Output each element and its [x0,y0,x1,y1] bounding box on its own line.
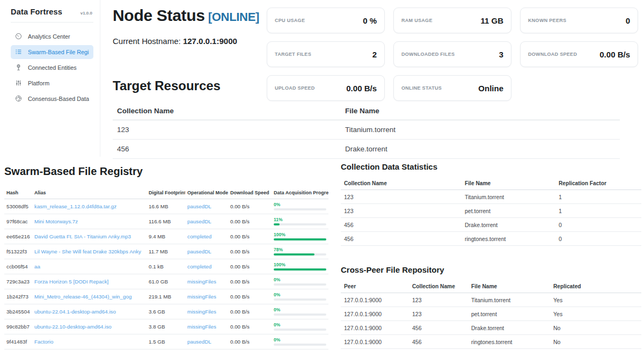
mode-link[interactable]: completed [187,234,211,239]
cell: 456 [341,232,462,246]
cell: 456 [409,335,468,349]
mode-cell: pausedDL [185,334,228,349]
progress-bar [274,329,326,331]
hash-cell: 53008df5 [4,199,32,214]
file-link[interactable]: Mini_Metro_release-46_(44304)_win_gog [34,294,131,300]
progress-cell: 0% [272,289,328,304]
mode-link[interactable]: missingFiles [187,279,216,285]
stat-card-value: 2 [372,50,377,59]
cell: No [550,321,641,335]
hostname-line: Current Hostname: 127.0.0.1:9000 [113,37,259,46]
stat-card-label: RAM USAGE [401,18,433,23]
file-link[interactable]: ubuntu-22.04.1-desktop-amd64.iso [34,309,116,315]
table-row: 456ringtones.torrent0 [341,232,641,246]
cell: 1 [555,204,641,218]
file-link[interactable]: Mini Motorways.7z [34,218,78,224]
stats-grid: CPU USAGE0 %RAM USAGE11 GBKNOWN PEERS0TA… [267,8,640,101]
stat-card-label: KNOWN PEERS [528,18,566,23]
sidebar-item-swarm-based-file-registry[interactable]: Swarm-Based File Registry [11,45,93,59]
progress-bar [274,208,326,210]
cell: Yes [550,293,641,307]
table-row: 123pet.torrent1 [341,204,641,218]
mode-cell: missingFiles [185,304,228,319]
size-cell: 9.4 MB [147,229,185,244]
file-link[interactable]: Forza Horizon 5 [DODI Repack] [34,279,108,285]
sidebar-item-label: Analytics Center [28,33,70,40]
mode-link[interactable]: pausedDL [187,203,211,209]
cell: pet.torrent [462,204,555,218]
cell: ringtones.torrent [462,232,555,246]
hash-cell: 729c3a23 [4,274,32,289]
file-link[interactable]: kasm_release_1.12.0.d4fd8a.tar.gz [34,203,116,209]
progress-percent: 100% [274,232,326,237]
sidebar-item-platform[interactable]: Platform [11,76,93,90]
mode-link[interactable]: pausedDL [187,249,211,254]
progress-cell: 0% [272,199,328,214]
table-row: 127.0.0.1:9000456Drake.torrentNo [341,321,641,335]
sidebar-item-analytics-center[interactable]: Analytics Center [11,30,93,43]
progress-bar [274,283,326,286]
progress-bar [274,298,326,301]
target-resources-table: Collection NameFile Name123Titanium.torr… [113,102,620,159]
progress-cell: 100% [272,259,328,274]
mode-link[interactable]: missingFiles [187,324,216,330]
size-cell: 16.6 MB [147,199,185,214]
size-cell: 3.8 GB [147,319,185,334]
file-link[interactable]: David Guetta Ft. SIA - Titanium Anky.mp3 [34,234,131,239]
cell: Titanium.torrent [462,190,555,204]
table-row: 123Titanium.torrent [113,120,620,140]
table-row: 123Titanium.torrent1 [341,190,641,204]
cell: ringtones.torrent [468,335,550,349]
cell: 127.0.0.1:9000 [341,335,409,349]
table-row: 3b245504ubuntu-22.04.1-desktop-amd64.iso… [4,304,328,319]
size-cell: 1.5 GB [147,334,185,349]
mode-link[interactable]: completed [187,264,211,269]
table-row: 53008df5kasm_release_1.12.0.d4fd8a.tar.g… [4,199,328,214]
table-row: 456Drake.torrent0 [341,218,641,232]
file-link[interactable]: aa [34,264,40,269]
sidebar-item-label: Consensus-Based Data Network [28,96,89,102]
file-link[interactable]: ubuntu-22.10-desktop-amd64.iso [34,324,112,330]
progress-percent: 0% [274,338,326,342]
size-cell: 219.1 MB [147,289,185,304]
hash-cell: 97f68cac [4,214,32,229]
sidebar-item-label: Platform [28,80,49,86]
stat-card-value: 0.00 B/s [599,50,630,59]
cell: 127.0.0.1:9000 [341,293,409,307]
cross-peer-table: PeerCollection NameFile NameReplicated12… [341,280,641,349]
stat-card-label: CPU USAGE [275,18,305,23]
mode-cell: completed [185,229,228,244]
shutter-globe-icon [15,95,23,103]
column-header-file-name: File Name [468,280,550,293]
mode-link[interactable]: missingFiles [187,309,216,315]
cell: No [550,335,641,349]
collection-stats-title: Collection Data Statistics [341,162,437,171]
app-title: Data Fortress [11,8,62,16]
size-cell: 116.6 MB [147,214,185,229]
sidebar-item-connected-entities[interactable]: Connected Entities [11,61,93,75]
file-link[interactable]: Lil Wayne - She Will feat Drake 320kbps … [34,249,141,254]
mode-cell: pausedDL [185,214,228,229]
progress-bar [274,344,326,346]
size-cell: 0.1 kB [147,259,185,274]
speed-cell: 0.00 B/s [228,274,272,289]
progress-percent: 11% [274,217,326,222]
hash-cell: 99c82bb7 [4,319,32,334]
mode-link[interactable]: pausedDL [187,339,211,345]
alias-cell: ubuntu-22.10-desktop-amd64.iso [32,319,147,334]
mode-link[interactable]: pausedDL [187,218,211,224]
file-link[interactable]: Factorio [34,339,53,345]
speed-cell: 0.00 B/s [228,289,272,304]
column-header-collection-name: Collection Name [113,102,341,120]
mode-link[interactable]: missingFiles [187,294,216,300]
column-header-file-name: File Name [462,177,555,190]
alias-cell: Mini_Metro_release-46_(44304)_win_gog [32,289,147,304]
progress-cell: 0% [272,274,328,289]
cell: 1 [555,190,641,204]
sidebar-item-consensus-based-data-network[interactable]: Consensus-Based Data Network [11,92,93,106]
progress-bar [274,223,326,225]
stat-card-label: UPLOAD SPEED [275,85,315,91]
speed-cell: 0.00 B/s [228,334,272,349]
alias-cell: aa [32,259,147,274]
hash-cell: 9f41483f [4,334,32,349]
